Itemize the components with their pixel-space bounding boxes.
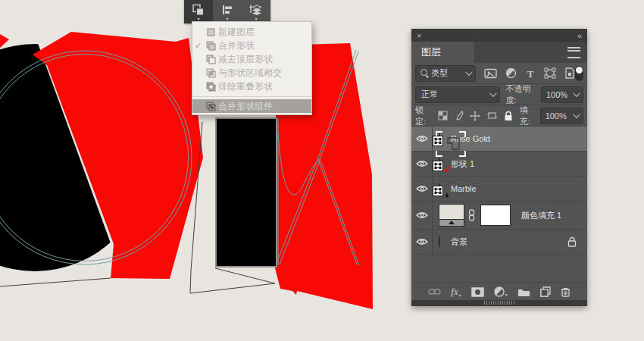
panel-tabrow: 图层 — [411, 42, 587, 63]
layer-mask-thumbnail[interactable] — [480, 205, 511, 226]
panel-footer: fx ▾ ▾ — [411, 282, 587, 301]
delete-layer-trash-button[interactable] — [561, 286, 571, 297]
tab-layers-label: 图层 — [421, 45, 441, 59]
blend-mode-dropdown[interactable]: 正常 — [415, 86, 500, 103]
close-icon[interactable]: × — [417, 31, 421, 40]
menu-item-label: 合并形状 — [218, 39, 255, 52]
link-mask-icon[interactable] — [468, 209, 475, 221]
path-operations-button[interactable]: ▾ — [184, 0, 213, 23]
filter-smart-objects-icon[interactable] — [564, 67, 575, 79]
options-toolbar: ▾ ▾ ▾ — [184, 0, 270, 23]
new-group-button[interactable] — [517, 287, 530, 297]
checkmark-icon: ✓ — [192, 41, 204, 51]
red-sliver-shape[interactable] — [0, 34, 9, 48]
filter-toggle-switch[interactable] — [575, 66, 583, 81]
opacity-label: 不透明度: — [505, 83, 538, 106]
lock-artboard-icon[interactable] — [486, 111, 498, 120]
subtract-front-shape-icon — [204, 55, 218, 64]
layer-row-rose-gold[interactable]: Rose Gold — [411, 127, 587, 152]
lock-transparency-icon[interactable] — [438, 111, 448, 120]
menu-item-subtract-front-shape[interactable]: 减去顶层形状 — [192, 52, 311, 66]
filter-row: 类型 T — [411, 63, 587, 84]
filter-type-dropdown[interactable]: 类型 — [415, 65, 476, 82]
blend-row: 正常 不透明度: 100% — [411, 84, 587, 105]
filter-type-label: 类型 — [431, 67, 448, 79]
dropdown-caret-icon: ▾ — [197, 17, 199, 20]
opacity-value: 100% — [546, 90, 567, 99]
tab-layers[interactable]: 图层 — [411, 42, 474, 63]
menu-item-intersect-shape-areas[interactable]: 与形状区域相交 — [192, 66, 311, 80]
visibility-eye-icon[interactable] — [411, 152, 433, 176]
align-button[interactable]: ▾ — [213, 0, 242, 23]
lock-row: 锁定: 填充: 100% — [411, 105, 587, 127]
dropdown-caret-icon: ▾ — [226, 17, 228, 20]
visibility-eye-icon[interactable] — [411, 177, 433, 201]
menu-item-exclude-overlapping-shapes[interactable]: 排除重叠形状 — [192, 80, 311, 93]
filter-type-layers-icon[interactable]: T — [525, 68, 536, 79]
exclude-overlapping-shapes-icon — [204, 82, 218, 92]
lock-all-icon[interactable] — [504, 111, 513, 121]
vector-mask-badge-icon[interactable] — [433, 136, 443, 146]
chevron-down-icon — [573, 89, 580, 97]
visibility-eye-icon[interactable] — [411, 127, 433, 151]
chevron-down-icon — [573, 111, 580, 118]
arrange-button[interactable]: ▾ — [242, 0, 270, 23]
panel-titlebar: × « — [411, 29, 587, 42]
layer-row-color-fill-1[interactable]: 颜色填充 1 — [411, 202, 587, 230]
visibility-eye-icon[interactable] — [411, 230, 433, 254]
new-layer-shape-icon — [204, 27, 218, 37]
filter-adjustment-layers-icon[interactable] — [505, 67, 517, 79]
menu-separator — [192, 96, 311, 97]
fill-dropdown[interactable]: 100% — [540, 108, 583, 124]
vector-mask-badge-icon[interactable] — [433, 186, 443, 196]
fill-label: 填充: — [520, 105, 538, 127]
menu-item-label: 排除重叠形状 — [218, 80, 273, 93]
locked-layer-icon — [567, 236, 577, 247]
layer-row-shape-1[interactable]: 形状 1 — [411, 152, 587, 177]
layer-row-background[interactable]: 背景 — [411, 230, 587, 255]
blend-mode-value: 正常 — [421, 89, 438, 100]
add-adjustment-layer-button[interactable]: ▾ — [494, 286, 508, 297]
add-layer-mask-button[interactable] — [471, 287, 484, 297]
path-operations-menu: 新建图层 ✓ 合并形状 减去顶层形状 与形 — [192, 21, 312, 115]
new-layer-button[interactable] — [540, 286, 551, 297]
align-icon — [220, 4, 234, 17]
panel-resize-grip[interactable] — [484, 301, 514, 305]
merge-shape-components-icon — [204, 102, 218, 111]
menu-item-label: 与形状区域相交 — [218, 67, 282, 80]
layer-row-marble[interactable]: Marble — [411, 177, 587, 202]
lock-pixels-brush-icon[interactable] — [454, 111, 464, 120]
dropdown-caret-icon: ▾ — [459, 293, 461, 298]
chevron-down-icon — [489, 89, 497, 97]
collapse-icon[interactable]: « — [577, 31, 582, 40]
vector-mask-badge-icon[interactable] — [433, 161, 443, 171]
opacity-dropdown[interactable]: 100% — [541, 86, 583, 103]
layer-styles-fx-button[interactable]: fx ▾ — [451, 286, 461, 298]
link-layers-icon[interactable] — [428, 288, 441, 296]
menu-item-new-layer[interactable]: 新建图层 — [192, 25, 311, 39]
layer-name[interactable]: 颜色填充 1 — [521, 210, 561, 221]
panel-menu-icon[interactable] — [567, 47, 580, 58]
lock-label: 锁定: — [415, 105, 433, 127]
black-rectangle-shape[interactable] — [216, 118, 277, 267]
layer-thumbnail[interactable] — [439, 236, 440, 247]
menu-item-label: 合并形状组件 — [218, 100, 273, 113]
filter-pixel-layers-icon[interactable] — [484, 68, 497, 79]
layer-name[interactable]: 背景 — [451, 236, 467, 248]
fx-label: fx — [451, 286, 458, 298]
menu-item-unite-shapes[interactable]: ✓ 合并形状 — [192, 39, 311, 52]
unite-shapes-icon — [204, 41, 218, 51]
path-operations-icon — [192, 4, 205, 17]
lock-position-move-icon[interactable] — [470, 111, 480, 121]
menu-item-merge-shape-components[interactable]: 合并形状组件 — [192, 99, 311, 113]
dropdown-caret-icon: ▾ — [255, 17, 257, 20]
visibility-eye-icon[interactable] — [411, 202, 433, 229]
arrange-icon — [249, 4, 264, 17]
fill-layer-thumbnail[interactable] — [439, 204, 464, 227]
svg-text:T: T — [527, 68, 534, 79]
dropdown-caret-icon: ▾ — [505, 292, 508, 297]
filter-shape-layers-icon[interactable] — [544, 67, 556, 79]
menu-item-label: 减去顶层形状 — [218, 53, 273, 66]
layer-list: Rose Gold 形状 1 — [411, 127, 587, 255]
chevron-down-icon — [465, 68, 473, 76]
